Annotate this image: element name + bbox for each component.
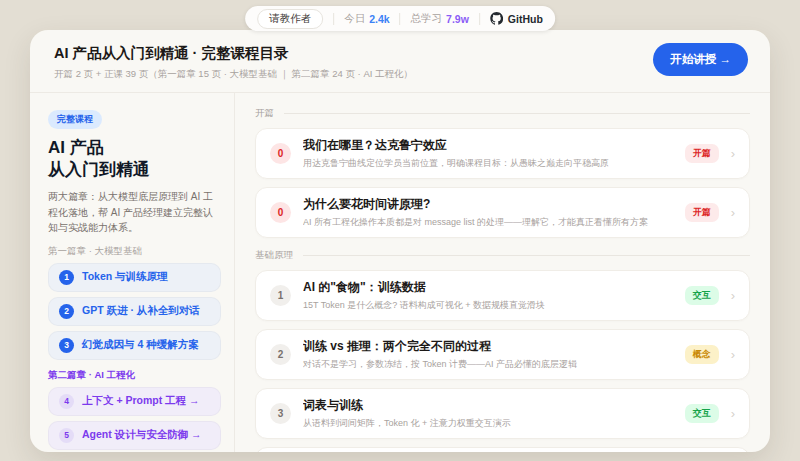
divider <box>479 13 480 25</box>
chapter1-label: 第一篇章 · 大模型基础 <box>48 245 221 258</box>
row-badge: 交互 <box>685 286 719 305</box>
row-text: 我们在哪里？达克鲁宁效应 用达克鲁宁曲线定位学员当前位置，明确课程目标：从愚昧之… <box>303 137 673 170</box>
course-item-row[interactable]: 4 Base 模型：Token 推 Token 机器 训练结束后得到什么? 逐步… <box>255 447 750 452</box>
row-text: 训练 vs 推理：两个完全不同的过程 对话不是学习，参数冻结，按 Token 计… <box>303 338 673 371</box>
chevron-right-icon: › <box>731 147 735 160</box>
course-item-row[interactable]: 3 词表与训练 从语料到词间矩阵，Token 化 + 注意力权重交互演示 交互 … <box>255 388 750 439</box>
row-text: 词表与训练 从语料到词间矩阵，Token 化 + 注意力权重交互演示 <box>303 397 673 430</box>
page-subtitle: 开篇 2 页 + 正课 39 页（第一篇章 15 页 · 大模型基础 ｜ 第二篇… <box>54 68 746 81</box>
course-item-row[interactable]: 2 训练 vs 推理：两个完全不同的过程 对话不是学习，参数冻结，按 Token… <box>255 329 750 380</box>
row-number: 3 <box>270 403 291 424</box>
sidebar-item-label: Agent 设计与安全防御 → <box>82 428 202 442</box>
row-title: 训练 vs 推理：两个完全不同的过程 <box>303 338 673 355</box>
chevron-right-icon: › <box>731 206 735 219</box>
course-item-row[interactable]: 0 我们在哪里？达克鲁宁效应 用达克鲁宁曲线定位学员当前位置，明确课程目标：从愚… <box>255 128 750 179</box>
sidebar-item-prompt-engineering[interactable]: 4 上下文 + Prompt 工程 → <box>48 387 221 416</box>
course-card: AI 产品从入门到精通 · 完整课程目录 开篇 2 页 + 正课 39 页（第一… <box>30 30 770 452</box>
row-badge: 概念 <box>685 345 719 364</box>
row-badge: 交互 <box>685 404 719 423</box>
row-text: AI 的"食物"：训练数据 15T Token 是什么概念? 语料构成可视化 +… <box>303 279 673 312</box>
row-number: 1 <box>270 285 291 306</box>
sidebar-item-label: Token 与训练原理 <box>82 270 168 284</box>
divider <box>333 13 334 25</box>
item-number: 5 <box>59 428 74 443</box>
course-title-line2: 从入门到精通 <box>48 159 221 181</box>
ask-author-button[interactable]: 请教作者 <box>257 9 323 29</box>
chevron-right-icon: › <box>731 407 735 420</box>
section-divider <box>303 255 750 256</box>
sidebar-item-label: GPT 跃进 · 从补全到对话 <box>82 304 200 318</box>
row-number: 0 <box>270 202 291 223</box>
row-title: 为什么要花时间讲原理? <box>303 196 673 213</box>
github-icon <box>490 12 503 25</box>
row-subtitle: 用达克鲁宁曲线定位学员当前位置，明确课程目标：从愚昧之巅走向平稳高原 <box>303 157 673 170</box>
row-subtitle: 对话不是学习，参数冻结，按 Token 计费——AI 产品必懂的底层逻辑 <box>303 358 673 371</box>
course-title: AI 产品 从入门到精通 <box>48 137 221 181</box>
github-label: GitHub <box>508 13 543 25</box>
course-item-row[interactable]: 1 AI 的"食物"：训练数据 15T Token 是什么概念? 语料构成可视化… <box>255 270 750 321</box>
section-label: 开篇 <box>255 107 274 120</box>
sidebar-item-token-training[interactable]: 1 Token 与训练原理 <box>48 263 221 292</box>
total-study-value: 7.9w <box>446 13 469 25</box>
total-study-stat: 总学习 7.9w <box>411 12 469 26</box>
item-number: 1 <box>59 270 74 285</box>
course-type-badge: 完整课程 <box>48 110 102 129</box>
card-header: AI 产品从入门到精通 · 完整课程目录 开篇 2 页 + 正课 39 页（第一… <box>30 30 770 93</box>
chevron-right-icon: › <box>731 348 735 361</box>
row-badge: 开篇 <box>685 203 719 222</box>
row-subtitle: 15T Token 是什么概念? 语料构成可视化 + 数据规模直觉滑块 <box>303 299 673 312</box>
today-label: 今日 <box>344 12 365 26</box>
row-badge: 开篇 <box>685 144 719 163</box>
sidebar-item-label: 上下文 + Prompt 工程 → <box>82 394 200 408</box>
sidebar-item-agent-security[interactable]: 5 Agent 设计与安全防御 → <box>48 421 221 450</box>
lesson-list: 开篇 0 我们在哪里？达克鲁宁效应 用达克鲁宁曲线定位学员当前位置，明确课程目标… <box>234 93 770 452</box>
course-description: 两大篇章：从大模型底层原理到 AI 工程化落地，帮 AI 产品经理建立完整认知与… <box>48 189 221 236</box>
item-number: 2 <box>59 304 74 319</box>
section-divider <box>284 113 750 114</box>
today-stat: 今日 2.4k <box>344 12 389 26</box>
row-subtitle: AI 所有工程化操作本质都是对 message list 的处理——理解它，才能… <box>303 216 673 229</box>
github-link[interactable]: GitHub <box>490 12 543 25</box>
row-text: 为什么要花时间讲原理? AI 所有工程化操作本质都是对 message list… <box>303 196 673 229</box>
section-label: 基础原理 <box>255 249 293 262</box>
row-number: 0 <box>270 143 291 164</box>
sidebar-item-label: 幻觉成因与 4 种缓解方案 <box>82 338 199 352</box>
row-title: 我们在哪里？达克鲁宁效应 <box>303 137 673 154</box>
row-title: AI 的"食物"：训练数据 <box>303 279 673 296</box>
card-body: 完整课程 AI 产品 从入门到精通 两大篇章：从大模型底层原理到 AI 工程化落… <box>30 93 770 452</box>
total-study-label: 总学习 <box>411 12 443 26</box>
course-title-line1: AI 产品 <box>48 137 221 159</box>
chevron-right-icon: › <box>731 289 735 302</box>
topbar: 请教作者 今日 2.4k 总学习 7.9w GitHub <box>245 6 555 31</box>
row-number: 2 <box>270 344 291 365</box>
today-value: 2.4k <box>369 13 389 25</box>
sidebar: 完整课程 AI 产品 从入门到精通 两大篇章：从大模型底层原理到 AI 工程化落… <box>30 93 234 452</box>
item-number: 4 <box>59 394 74 409</box>
section-header-opening: 开篇 <box>255 107 750 120</box>
row-title: 词表与训练 <box>303 397 673 414</box>
row-subtitle: 从语料到词间矩阵，Token 化 + 注意力权重交互演示 <box>303 417 673 430</box>
item-number: 3 <box>59 338 74 353</box>
section-header-fundamentals: 基础原理 <box>255 249 750 262</box>
chapter2-label: 第二篇章 · AI 工程化 <box>48 369 221 382</box>
start-lecture-button[interactable]: 开始讲授 → <box>653 43 748 76</box>
divider <box>400 13 401 25</box>
sidebar-item-hallucination[interactable]: 3 幻觉成因与 4 种缓解方案 <box>48 331 221 360</box>
sidebar-item-gpt-leap[interactable]: 2 GPT 跃进 · 从补全到对话 <box>48 297 221 326</box>
course-item-row[interactable]: 0 为什么要花时间讲原理? AI 所有工程化操作本质都是对 message li… <box>255 187 750 238</box>
page-title: AI 产品从入门到精通 · 完整课程目录 <box>54 44 746 63</box>
